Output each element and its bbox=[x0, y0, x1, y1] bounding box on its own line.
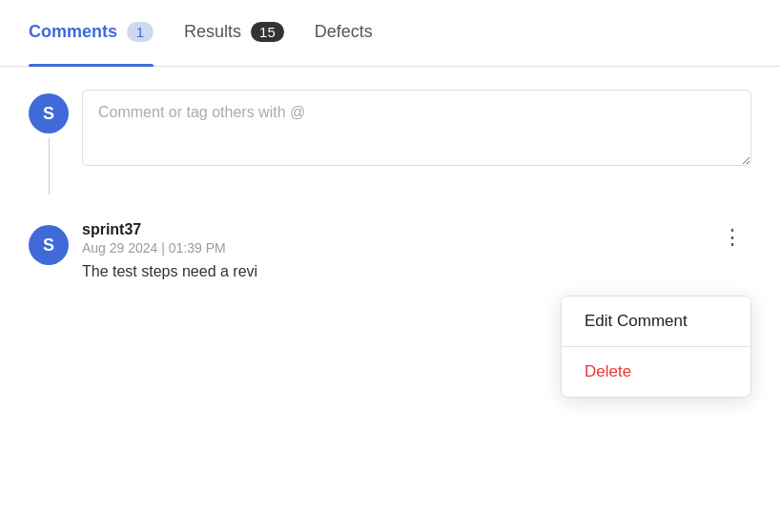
edit-comment-button[interactable]: Edit Comment bbox=[562, 297, 750, 346]
content-area: S S sprint37 Aug 29 2024 | 01:39 PM The … bbox=[0, 67, 780, 299]
current-user-avatar: S bbox=[29, 93, 69, 133]
comment-text: The test steps need a revi bbox=[82, 263, 701, 280]
comment-more-button[interactable]: ⋮ bbox=[714, 223, 751, 252]
tab-results[interactable]: Results 15 bbox=[184, 0, 284, 66]
tab-results-label: Results bbox=[184, 22, 241, 42]
comment-author-avatar: S bbox=[29, 225, 69, 265]
main-container: Comments 1 Results 15 Defects S bbox=[0, 0, 780, 532]
comment-input[interactable] bbox=[82, 90, 751, 166]
avatar-connector: S bbox=[29, 90, 69, 194]
comment-context-menu: Edit Comment Delete bbox=[561, 296, 751, 398]
tab-results-badge: 15 bbox=[251, 22, 284, 42]
tab-comments-badge: 1 bbox=[127, 22, 154, 42]
comment-body: sprint37 Aug 29 2024 | 01:39 PM The test… bbox=[82, 221, 701, 280]
delete-comment-button[interactable]: Delete bbox=[562, 347, 750, 397]
tab-defects[interactable]: Defects bbox=[315, 0, 373, 66]
tab-comments[interactable]: Comments 1 bbox=[29, 0, 154, 66]
comment-input-row: S bbox=[29, 90, 751, 194]
thread-connector-line bbox=[49, 137, 50, 194]
tab-bar: Comments 1 Results 15 Defects bbox=[0, 0, 780, 67]
comment-item: S sprint37 Aug 29 2024 | 01:39 PM The te… bbox=[29, 221, 751, 280]
tab-comments-label: Comments bbox=[29, 22, 117, 42]
comment-timestamp: Aug 29 2024 | 01:39 PM bbox=[82, 240, 701, 256]
comment-author-name: sprint37 bbox=[82, 221, 701, 238]
tab-defects-label: Defects bbox=[315, 22, 373, 42]
